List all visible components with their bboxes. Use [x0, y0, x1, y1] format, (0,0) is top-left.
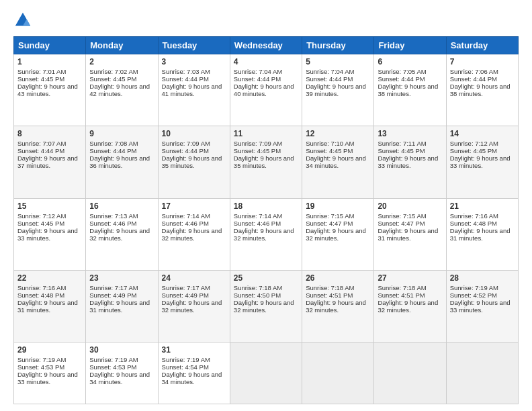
calendar-cell — [230, 342, 302, 404]
day-header-wednesday: Wednesday — [230, 37, 302, 54]
calendar-cell: 21Sunrise: 7:16 AMSunset: 4:48 PMDayligh… — [446, 198, 518, 270]
calendar-cell: 22Sunrise: 7:16 AMSunset: 4:48 PMDayligh… — [14, 270, 86, 342]
day-number: 21 — [450, 201, 515, 211]
sunset: Sunset: 4:44 PM — [378, 75, 425, 83]
sunrise: Sunrise: 7:07 AM — [17, 140, 66, 147]
calendar-table: SundayMondayTuesdayWednesdayThursdayFrid… — [13, 36, 519, 404]
sunset: Sunset: 4:44 PM — [162, 147, 209, 154]
daylight-label: Daylight: 9 hours and 32 minutes. — [306, 299, 366, 314]
calendar-cell: 4Sunrise: 7:04 AMSunset: 4:44 PMDaylight… — [230, 54, 302, 126]
calendar-cell: 28Sunrise: 7:19 AMSunset: 4:52 PMDayligh… — [446, 270, 518, 342]
day-number: 16 — [89, 201, 154, 211]
calendar-cell: 16Sunrise: 7:13 AMSunset: 4:46 PMDayligh… — [86, 198, 158, 270]
day-number: 4 — [234, 57, 298, 66]
sunset: Sunset: 4:50 PM — [234, 291, 281, 299]
day-number: 14 — [450, 129, 515, 138]
sunset: Sunset: 4:54 PM — [162, 363, 209, 371]
sunrise: Sunrise: 7:17 AM — [162, 284, 210, 291]
sunset: Sunset: 4:45 PM — [234, 147, 281, 154]
day-number: 29 — [17, 345, 82, 355]
day-number: 15 — [17, 201, 82, 211]
sunrise: Sunrise: 7:16 AM — [17, 284, 66, 291]
day-number: 22 — [17, 273, 82, 283]
daylight-label: Daylight: 9 hours and 42 minutes. — [89, 83, 150, 97]
day-number: 27 — [378, 273, 442, 283]
sunset: Sunset: 4:49 PM — [89, 291, 136, 299]
day-number: 7 — [450, 57, 515, 66]
sunset: Sunset: 4:45 PM — [378, 147, 425, 154]
sunrise: Sunrise: 7:18 AM — [378, 284, 426, 291]
sunset: Sunset: 4:44 PM — [89, 147, 136, 154]
day-number: 3 — [162, 57, 226, 66]
calendar-cell: 10Sunrise: 7:09 AMSunset: 4:44 PMDayligh… — [158, 126, 230, 198]
logo — [13, 11, 36, 30]
calendar-cell: 30Sunrise: 7:19 AMSunset: 4:53 PMDayligh… — [86, 342, 158, 404]
sunset: Sunset: 4:44 PM — [17, 147, 64, 154]
sunrise: Sunrise: 7:18 AM — [306, 284, 354, 291]
day-number: 25 — [234, 273, 298, 283]
sunset: Sunset: 4:45 PM — [89, 75, 136, 83]
sunset: Sunset: 4:45 PM — [17, 75, 64, 83]
daylight-label: Daylight: 9 hours and 39 minutes. — [306, 83, 366, 97]
calendar-cell: 25Sunrise: 7:18 AMSunset: 4:50 PMDayligh… — [230, 270, 302, 342]
sunrise: Sunrise: 7:15 AM — [306, 212, 354, 220]
daylight-label: Daylight: 9 hours and 32 minutes. — [234, 227, 294, 242]
sunrise: Sunrise: 7:04 AM — [306, 68, 354, 75]
sunset: Sunset: 4:53 PM — [17, 363, 64, 371]
sunset: Sunset: 4:45 PM — [306, 147, 353, 154]
sunrise: Sunrise: 7:10 AM — [306, 140, 354, 147]
sunrise: Sunrise: 7:19 AM — [450, 284, 498, 291]
calendar-cell: 7Sunrise: 7:06 AMSunset: 4:44 PMDaylight… — [446, 54, 518, 126]
daylight-label: Daylight: 9 hours and 31 minutes. — [378, 227, 438, 242]
sunrise: Sunrise: 7:06 AM — [450, 68, 498, 75]
sunset: Sunset: 4:48 PM — [450, 220, 497, 227]
sunset: Sunset: 4:45 PM — [450, 147, 497, 154]
daylight-label: Daylight: 9 hours and 31 minutes. — [450, 227, 511, 242]
sunset: Sunset: 4:44 PM — [450, 75, 497, 83]
daylight-label: Daylight: 9 hours and 34 minutes. — [89, 371, 150, 385]
sunrise: Sunrise: 7:02 AM — [89, 68, 138, 75]
calendar-cell: 18Sunrise: 7:14 AMSunset: 4:46 PMDayligh… — [230, 198, 302, 270]
sunset: Sunset: 4:53 PM — [89, 363, 136, 371]
sunset: Sunset: 4:47 PM — [306, 220, 353, 227]
sunset: Sunset: 4:44 PM — [234, 75, 281, 83]
day-header-thursday: Thursday — [302, 37, 374, 54]
day-header-tuesday: Tuesday — [158, 37, 230, 54]
daylight-label: Daylight: 9 hours and 31 minutes. — [89, 299, 150, 314]
sunrise: Sunrise: 7:14 AM — [162, 212, 210, 220]
sunset: Sunset: 4:51 PM — [306, 291, 353, 299]
day-number: 28 — [450, 273, 515, 283]
day-number: 8 — [17, 129, 82, 138]
sunrise: Sunrise: 7:12 AM — [450, 140, 498, 147]
sunrise: Sunrise: 7:14 AM — [234, 212, 282, 220]
day-number: 9 — [89, 129, 154, 138]
sunrise: Sunrise: 7:17 AM — [89, 284, 138, 291]
daylight-label: Daylight: 9 hours and 40 minutes. — [234, 83, 294, 97]
calendar-cell: 26Sunrise: 7:18 AMSunset: 4:51 PMDayligh… — [302, 270, 374, 342]
daylight-label: Daylight: 9 hours and 32 minutes. — [162, 227, 222, 242]
calendar-cell: 8Sunrise: 7:07 AMSunset: 4:44 PMDaylight… — [14, 126, 86, 198]
daylight-label: Daylight: 9 hours and 33 minutes. — [450, 299, 511, 314]
daylight-label: Daylight: 9 hours and 32 minutes. — [306, 227, 366, 242]
header — [13, 11, 519, 30]
sunrise: Sunrise: 7:05 AM — [378, 68, 426, 75]
daylight-label: Daylight: 9 hours and 37 minutes. — [17, 154, 78, 169]
daylight-label: Daylight: 9 hours and 32 minutes. — [89, 227, 150, 242]
daylight-label: Daylight: 9 hours and 33 minutes. — [450, 154, 511, 169]
calendar-cell: 31Sunrise: 7:19 AMSunset: 4:54 PMDayligh… — [158, 342, 230, 404]
sunset: Sunset: 4:52 PM — [450, 291, 497, 299]
sunrise: Sunrise: 7:18 AM — [234, 284, 282, 291]
day-header-monday: Monday — [86, 37, 158, 54]
calendar-cell: 9Sunrise: 7:08 AMSunset: 4:44 PMDaylight… — [86, 126, 158, 198]
sunrise: Sunrise: 7:11 AM — [378, 140, 426, 147]
day-number: 17 — [162, 201, 226, 211]
page: SundayMondayTuesdayWednesdayThursdayFrid… — [0, 0, 532, 411]
daylight-label: Daylight: 9 hours and 31 minutes. — [17, 299, 78, 314]
day-header-saturday: Saturday — [446, 37, 518, 54]
day-number: 23 — [89, 273, 154, 283]
daylight-label: Daylight: 9 hours and 35 minutes. — [162, 154, 222, 169]
daylight-label: Daylight: 9 hours and 38 minutes. — [378, 83, 438, 97]
sunset: Sunset: 4:44 PM — [162, 75, 209, 83]
sunset: Sunset: 4:46 PM — [234, 220, 281, 227]
day-number: 2 — [89, 57, 154, 66]
